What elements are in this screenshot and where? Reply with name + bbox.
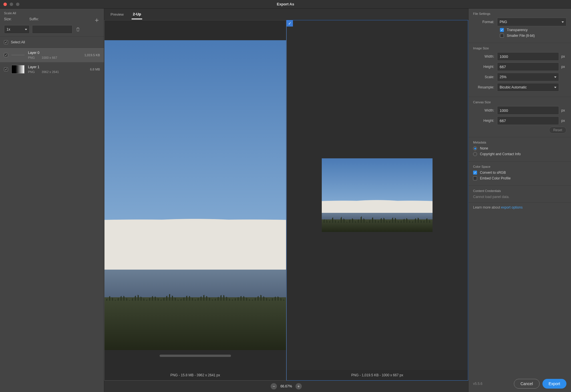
layer-list: Layer 0 PNG 1000 x 667 1,019.5 KB Layer … [0,48,104,392]
layer-filesize: 6.8 MB [79,68,100,71]
tab-2up[interactable]: 2-Up [132,9,142,19]
smaller-file-label: Smaller File (8-bit) [507,34,535,38]
metadata-title: Metadata [473,141,566,144]
layer-name: Layer 0 [28,51,76,55]
resample-dropdown[interactable]: Bicubic Automatic [497,83,559,92]
zoom-out-button[interactable]: − [271,383,277,389]
px-unit: px [559,108,566,112]
cancel-button[interactable]: Cancel [514,379,540,389]
version-label: v5.5.6 [473,382,482,386]
px-unit: px [559,119,566,123]
convert-srgb-checkbox[interactable] [473,171,477,175]
size-label: Size: [4,17,12,23]
canvas-height-label: Height: [473,119,497,123]
metadata-none-radio[interactable] [473,146,477,150]
select-all-label: Select All [11,40,25,44]
content-credentials-msg: Cannot load panel data. [473,195,566,199]
image-width-input[interactable] [497,52,559,61]
image-height-input[interactable] [497,62,559,71]
close-window-icon[interactable] [3,3,7,6]
preview-image-original [104,40,286,350]
trash-icon [76,27,80,32]
preview-pane-original[interactable]: PNG - 15.8 MB - 3962 x 2641 px [104,20,286,381]
layer-name: Layer 1 [28,65,76,69]
traffic-lights [3,3,19,6]
selected-pane-indicator: ✓ [287,20,293,27]
tab-preview[interactable]: Preview [109,9,125,19]
size-dropdown[interactable]: 1x [4,25,30,34]
layer-thumbnail [11,65,25,74]
image-size-title: Image Size [473,47,566,50]
scale-dropdown[interactable]: 25% [497,73,559,81]
preview-pane-export[interactable]: ✓ PNG - 1,019.5 KB - 1000 x 667 px [286,20,469,381]
file-settings-title: File Settings [473,12,566,15]
suffix-input[interactable] [32,25,73,34]
select-all-checkbox[interactable] [4,40,8,44]
zoom-value: 66.67% [280,384,292,388]
scale-label: Scale: [473,75,497,79]
scale-all-title: Scale All [4,11,100,15]
preview-viewport-right[interactable] [287,20,468,370]
canvas-width-input[interactable] [497,106,559,115]
format-label: Format: [473,20,497,24]
layer-filesize: 1,019.5 KB [79,53,100,57]
zoom-in-button[interactable]: + [295,383,302,389]
metadata-none-label: None [480,146,488,150]
size-value: 1x [7,27,10,31]
chevron-down-icon [562,21,564,23]
chevron-down-icon [554,76,556,78]
resample-label: Resample: [473,85,497,89]
layer-meta: PNG 1000 x 667 [28,56,76,59]
suffix-label: Suffix: [29,17,39,23]
plus-icon [95,18,99,22]
preview-tabs: Preview 2-Up [104,9,468,20]
layer-item-1[interactable]: Layer 1 PNG 3962 x 2641 6.8 MB [0,62,104,76]
maximize-window-icon [16,3,19,6]
left-panel: Scale All Size: Suffix: 1x [0,9,104,392]
canvas-height-input[interactable] [497,116,559,125]
convert-srgb-label: Convert to sRGB [480,171,506,175]
metadata-copyright-radio[interactable] [473,152,477,156]
image-height-label: Height: [473,65,497,69]
layer-checkbox[interactable] [4,67,8,71]
layer-checkbox[interactable] [4,53,8,57]
canvas-size-title: Canvas Size [473,100,566,104]
chevron-down-icon [25,29,27,30]
canvas-width-label: Width: [473,108,497,112]
preview-status-left: PNG - 15.8 MB - 3962 x 2641 px [104,370,286,380]
reset-button[interactable]: Reset [549,127,566,134]
horizontal-scrollbar[interactable] [160,355,231,357]
zoom-bar: − 66.67% + [104,381,468,392]
content-credentials-title: Content Credentials [473,189,566,193]
layer-meta: PNG 3962 x 2641 [28,70,76,74]
center-panel: Preview 2-Up PNG - 15.8 MB - 3962 x 264 [104,9,468,392]
minimize-window-icon [10,3,13,6]
export-options-link[interactable]: export options [501,205,522,209]
preview-image-export [322,158,433,232]
px-unit: px [559,65,566,69]
transparency-checkbox[interactable] [500,28,504,32]
metadata-copyright-label: Copyright and Contact Info [480,152,521,156]
export-button[interactable]: Export [542,379,566,389]
embed-profile-label: Embed Color Profile [480,176,510,180]
chevron-down-icon [554,87,556,88]
learn-more: Learn more about export options [469,203,571,212]
smaller-file-checkbox[interactable] [500,34,504,38]
preview-area: PNG - 15.8 MB - 3962 x 2641 px ✓ PNG - 1… [104,20,468,381]
format-dropdown[interactable]: PNG [497,18,566,26]
transparency-label: Transparency [507,28,528,32]
layer-thumbnail [11,55,25,55]
right-panel: File Settings Format: PNG Transparency S… [468,9,571,392]
color-space-title: Color Space [473,165,566,168]
image-width-label: Width: [473,54,497,58]
add-scale-button[interactable] [94,17,100,23]
preview-viewport-left[interactable] [104,40,286,350]
footer: v5.5.6 Cancel Export [473,379,566,389]
preview-status-right: PNG - 1,019.5 KB - 1000 x 667 px [287,370,468,380]
delete-scale-button[interactable] [75,26,81,33]
titlebar: Export As [0,0,571,9]
window-title: Export As [277,2,294,6]
layer-item-0[interactable]: Layer 0 PNG 1000 x 667 1,019.5 KB [0,48,104,62]
embed-profile-checkbox[interactable] [473,176,477,180]
px-unit: px [559,54,566,58]
